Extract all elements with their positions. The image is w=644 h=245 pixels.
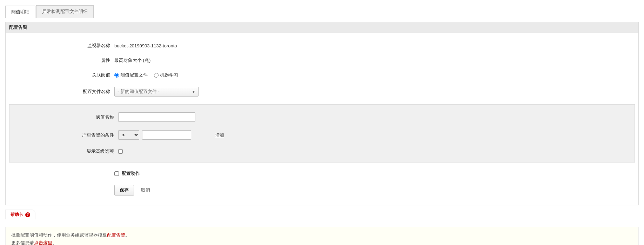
radio-text-ml: 机器学习 [160,72,178,78]
save-button[interactable]: 保存 [114,185,134,196]
help-line2: 更多信息请点击这里。 [11,239,633,245]
input-threshold-name[interactable] [118,112,195,122]
help-icon: ? [25,212,30,217]
help-line2-suffix: 。 [52,240,57,245]
label-monitor-name: 监视器名称 [9,42,114,49]
subpanel-threshold-config: 阈值名称 严重告警的条件 > 增加 显示高级选项 [9,104,635,163]
panel-title-configure-alarm: 配置告警 [5,22,639,33]
row-configure-action: 配置动作 [6,166,638,181]
cancel-link[interactable]: 取消 [141,187,150,193]
help-line1-suffix: 。 [125,232,130,238]
help-card-container: 帮助卡 ? 批量配置阈值和动作，使用业务组或监视器模板配置告警。 更多信息请点击… [5,210,639,245]
label-attribute: 属性 [9,57,114,64]
radio-label-ml[interactable]: 机器学习 [154,72,178,78]
radio-label-threshold-profile[interactable]: 阈值配置文件 [114,72,148,78]
row-profile-name: 配置文件名称 - 新的阈值配置文件 - ▼ [6,82,638,101]
tab-threshold-detail[interactable]: 阈值明细 [5,6,35,18]
help-link-more-info[interactable]: 点击这里 [34,240,52,245]
panel-body: 监视器名称 bucket-20190903-1132-toronto 属性 最高… [5,33,639,205]
row-show-advanced: 显示高级选项 [9,144,635,159]
help-title: 帮助卡 [11,212,23,218]
help-line2-prefix: 更多信息请 [11,240,34,245]
row-monitor-name: 监视器名称 bucket-20190903-1132-toronto [6,38,638,53]
select-operator[interactable]: > [118,130,139,140]
tab-anomaly-detail[interactable]: 异常检测配置文件明细 [36,5,94,18]
link-add-condition[interactable]: 增加 [215,132,224,138]
row-attribute: 属性 最高对象大小 (兆) [6,53,638,68]
label-profile-name: 配置文件名称 [9,88,114,95]
tab-bar: 阈值明细 异常检测配置文件明细 [5,5,639,18]
dropdown-profile[interactable]: - 新的阈值配置文件 - ▼ [114,87,199,97]
radio-text-threshold-profile: 阈值配置文件 [120,72,148,78]
label-configure-action: 配置动作 [122,170,140,177]
input-condition-value[interactable] [142,130,191,140]
checkbox-show-advanced[interactable] [118,149,123,154]
help-card-tab: 帮助卡 ? [5,210,35,219]
help-link-configure-alarm[interactable]: 配置告警 [107,232,125,238]
value-monitor-name: bucket-20190903-1132-toronto [114,43,177,48]
label-critical-condition: 严重告警的条件 [13,132,118,138]
radio-ml[interactable] [154,73,159,78]
help-line1-prefix: 批量配置阈值和动作，使用业务组或监视器模板 [11,232,107,238]
help-line1: 批量配置阈值和动作，使用业务组或监视器模板配置告警。 [11,231,633,239]
label-show-advanced: 显示高级选项 [13,148,118,154]
row-critical-condition: 严重告警的条件 > 增加 [9,126,635,144]
label-threshold-name: 阈值名称 [13,114,118,120]
checkbox-configure-action[interactable] [114,171,119,176]
radio-threshold-profile[interactable] [114,73,119,78]
label-assoc-threshold: 关联阈值 [9,72,114,78]
row-threshold-name: 阈值名称 [9,108,635,126]
value-attribute: 最高对象大小 (兆) [114,57,150,64]
dropdown-profile-text: - 新的阈值配置文件 - [118,88,160,95]
row-assoc-threshold: 关联阈值 阈值配置文件 机器学习 [6,68,638,82]
chevron-down-icon: ▼ [192,90,195,94]
help-card: 批量配置阈值和动作，使用业务组或监视器模板配置告警。 更多信息请点击这里。 [5,227,639,245]
help-body: 批量配置阈值和动作，使用业务组或监视器模板配置告警。 更多信息请点击这里。 [6,227,638,245]
row-buttons: 保存 取消 [6,181,638,200]
